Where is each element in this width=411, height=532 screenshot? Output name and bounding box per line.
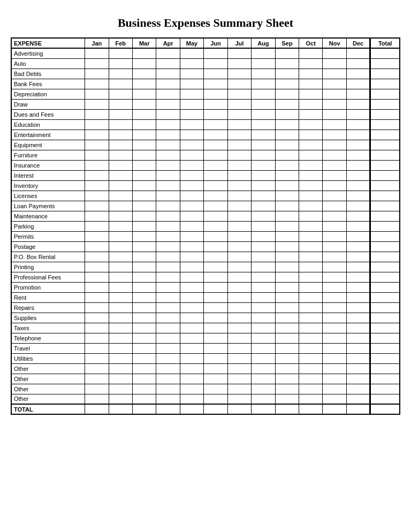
month-cell[interactable] — [156, 211, 180, 221]
month-cell[interactable] — [299, 262, 323, 272]
month-cell[interactable] — [85, 302, 109, 313]
month-cell[interactable] — [132, 302, 156, 313]
month-cell[interactable] — [323, 231, 346, 241]
month-cell[interactable] — [323, 363, 346, 374]
month-cell[interactable] — [227, 241, 251, 252]
month-cell[interactable] — [85, 262, 109, 272]
month-cell[interactable] — [299, 201, 323, 211]
month-cell[interactable] — [275, 58, 299, 69]
month-cell[interactable] — [180, 374, 203, 384]
month-cell[interactable] — [323, 201, 346, 211]
month-cell[interactable] — [109, 241, 132, 252]
month-cell[interactable] — [204, 282, 227, 292]
month-cell[interactable] — [227, 130, 251, 140]
month-cell[interactable] — [85, 160, 109, 170]
month-cell[interactable] — [346, 109, 370, 119]
month-cell[interactable] — [299, 150, 323, 160]
month-cell[interactable] — [299, 160, 323, 170]
month-cell[interactable] — [204, 160, 227, 170]
month-cell[interactable] — [85, 333, 109, 343]
month-cell[interactable] — [275, 79, 299, 89]
month-cell[interactable] — [109, 160, 132, 170]
month-cell[interactable] — [85, 272, 109, 282]
month-cell[interactable] — [204, 211, 227, 221]
month-cell[interactable] — [252, 150, 275, 160]
month-cell[interactable] — [227, 272, 251, 282]
month-cell[interactable] — [299, 221, 323, 231]
month-cell[interactable] — [275, 363, 299, 374]
month-cell[interactable] — [346, 363, 370, 374]
month-cell[interactable] — [346, 191, 370, 201]
month-cell[interactable] — [275, 394, 299, 404]
month-cell[interactable] — [180, 292, 203, 302]
month-cell[interactable] — [85, 252, 109, 262]
month-cell[interactable] — [109, 343, 132, 353]
month-cell[interactable] — [275, 272, 299, 282]
month-cell[interactable] — [299, 140, 323, 150]
month-cell[interactable] — [204, 384, 227, 394]
month-cell[interactable] — [132, 353, 156, 363]
month-cell[interactable] — [180, 333, 203, 343]
month-cell[interactable] — [180, 201, 203, 211]
month-cell[interactable] — [132, 282, 156, 292]
month-cell[interactable] — [204, 69, 227, 79]
month-cell[interactable] — [132, 363, 156, 374]
month-cell[interactable] — [227, 252, 251, 262]
month-cell[interactable] — [252, 201, 275, 211]
month-cell[interactable] — [132, 313, 156, 323]
month-cell[interactable] — [275, 282, 299, 292]
month-cell[interactable] — [109, 89, 132, 99]
month-cell[interactable] — [252, 262, 275, 272]
month-cell[interactable] — [204, 333, 227, 343]
month-cell[interactable] — [85, 231, 109, 241]
month-cell[interactable] — [180, 58, 203, 69]
month-cell[interactable] — [299, 48, 323, 58]
month-cell[interactable] — [156, 262, 180, 272]
month-cell[interactable] — [180, 211, 203, 221]
month-cell[interactable] — [299, 313, 323, 323]
month-cell[interactable] — [252, 180, 275, 191]
month-cell[interactable] — [252, 292, 275, 302]
month-cell[interactable] — [85, 58, 109, 69]
month-cell[interactable] — [346, 130, 370, 140]
month-cell[interactable] — [346, 384, 370, 394]
month-cell[interactable] — [109, 109, 132, 119]
month-cell[interactable] — [227, 58, 251, 69]
month-cell[interactable] — [156, 99, 180, 109]
month-cell[interactable] — [204, 323, 227, 333]
month-cell[interactable] — [299, 130, 323, 140]
month-cell[interactable] — [227, 384, 251, 394]
month-cell[interactable] — [156, 353, 180, 363]
month-cell[interactable] — [275, 302, 299, 313]
month-cell[interactable] — [275, 353, 299, 363]
month-cell[interactable] — [252, 69, 275, 79]
month-cell[interactable] — [227, 221, 251, 231]
month-cell[interactable] — [156, 292, 180, 302]
month-cell[interactable] — [346, 353, 370, 363]
month-cell[interactable] — [299, 79, 323, 89]
month-cell[interactable] — [180, 272, 203, 282]
month-cell[interactable] — [346, 252, 370, 262]
month-cell[interactable] — [109, 292, 132, 302]
month-cell[interactable] — [132, 58, 156, 69]
month-cell[interactable] — [275, 69, 299, 79]
month-cell[interactable] — [323, 48, 346, 58]
month-cell[interactable] — [156, 180, 180, 191]
month-cell[interactable] — [299, 363, 323, 374]
month-cell[interactable] — [346, 302, 370, 313]
month-cell[interactable] — [156, 48, 180, 58]
month-cell[interactable] — [252, 252, 275, 262]
month-cell[interactable] — [180, 343, 203, 353]
month-cell[interactable] — [85, 394, 109, 404]
month-cell[interactable] — [180, 48, 203, 58]
month-cell[interactable] — [132, 160, 156, 170]
month-cell[interactable] — [85, 119, 109, 130]
month-cell[interactable] — [132, 384, 156, 394]
month-cell[interactable] — [204, 262, 227, 272]
month-cell[interactable] — [252, 170, 275, 180]
month-cell[interactable] — [252, 313, 275, 323]
month-cell[interactable] — [275, 262, 299, 272]
month-cell[interactable] — [180, 89, 203, 99]
month-cell[interactable] — [132, 323, 156, 333]
month-cell[interactable] — [132, 343, 156, 353]
